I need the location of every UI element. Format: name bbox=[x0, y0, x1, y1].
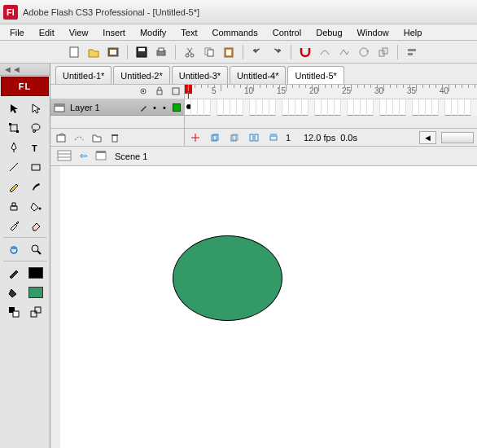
layer-1[interactable]: Layer 1 • • bbox=[50, 99, 184, 116]
swap-colors-button[interactable] bbox=[25, 302, 47, 322]
svg-rect-39 bbox=[57, 135, 65, 142]
menu-window[interactable]: Window bbox=[351, 26, 396, 39]
svg-text:T: T bbox=[32, 143, 37, 153]
onion-skin-outlines-button[interactable] bbox=[227, 130, 242, 145]
scrollbar-thumb[interactable] bbox=[441, 132, 474, 143]
free-transform-tool[interactable] bbox=[3, 118, 25, 138]
tab-untitled-2[interactable]: Untitled-2* bbox=[113, 66, 169, 84]
tools-panel-collapse[interactable]: ◄◄ bbox=[0, 64, 50, 76]
lock-icon[interactable] bbox=[155, 86, 164, 98]
paste-button[interactable] bbox=[220, 43, 238, 61]
show-hide-icon[interactable] bbox=[138, 86, 148, 98]
document-tabs: Untitled-1* Untitled-2* Untitled-3* Unti… bbox=[50, 64, 477, 85]
line-tool[interactable] bbox=[3, 157, 25, 177]
ink-bottle-tool[interactable] bbox=[3, 196, 25, 216]
svg-rect-40 bbox=[112, 135, 117, 142]
black-white-button[interactable] bbox=[3, 302, 25, 322]
motion-guide-button[interactable] bbox=[72, 130, 86, 145]
text-tool[interactable]: T bbox=[25, 138, 47, 157]
eraser-tool[interactable] bbox=[25, 216, 47, 235]
menu-insert[interactable]: Insert bbox=[96, 26, 132, 39]
open-button[interactable] bbox=[85, 43, 103, 61]
menu-text[interactable]: Text bbox=[174, 26, 203, 39]
eyedropper-tool[interactable] bbox=[3, 216, 25, 235]
timeline-toggle-icon[interactable] bbox=[57, 150, 72, 163]
tab-untitled-1[interactable]: Untitled-1* bbox=[55, 66, 112, 84]
modify-onion-markers-button[interactable] bbox=[266, 130, 281, 145]
redo-button[interactable] bbox=[268, 43, 286, 61]
tab-untitled-3[interactable]: Untitled-3* bbox=[172, 66, 228, 84]
menu-view[interactable]: View bbox=[63, 26, 95, 39]
svg-point-22 bbox=[33, 130, 35, 133]
lasso-tool[interactable] bbox=[25, 118, 47, 138]
rotate-button[interactable] bbox=[355, 43, 373, 61]
align-button[interactable] bbox=[403, 43, 421, 61]
svg-rect-12 bbox=[226, 50, 231, 55]
scale-button[interactable] bbox=[374, 43, 392, 61]
new-folder-button[interactable] bbox=[90, 130, 104, 145]
pencil-tool[interactable] bbox=[3, 177, 25, 196]
toolbar-sep bbox=[175, 45, 176, 59]
timeline-status: 1 12.0 fps 0.0s ◄ bbox=[50, 129, 477, 147]
new-layer-button[interactable] bbox=[54, 130, 68, 145]
rectangle-tool[interactable] bbox=[25, 157, 47, 177]
cut-button[interactable] bbox=[181, 43, 199, 61]
stage-canvas[interactable] bbox=[50, 166, 477, 448]
back-arrow-icon[interactable]: ⇦ bbox=[80, 151, 87, 161]
timeline-ruler[interactable]: 1510152025303540 bbox=[185, 85, 477, 99]
snap-button[interactable] bbox=[296, 43, 314, 61]
straighten-button[interactable] bbox=[335, 43, 353, 61]
oval-shape[interactable] bbox=[173, 235, 282, 321]
undo-button[interactable] bbox=[248, 43, 266, 61]
menu-debug[interactable]: Debug bbox=[309, 26, 348, 39]
fill-color[interactable] bbox=[3, 283, 25, 302]
scroll-left-button[interactable]: ◄ bbox=[419, 131, 436, 144]
browse-button[interactable] bbox=[104, 43, 122, 61]
menu-file[interactable]: File bbox=[3, 26, 31, 39]
fill-swatch[interactable] bbox=[25, 283, 47, 302]
tab-untitled-4[interactable]: Untitled-4* bbox=[230, 66, 286, 84]
svg-rect-0 bbox=[70, 47, 78, 57]
menu-help[interactable]: Help bbox=[397, 26, 429, 39]
menu-bar: File Edit View Insert Modify Text Comman… bbox=[0, 24, 477, 41]
save-button[interactable] bbox=[133, 43, 151, 61]
smooth-button[interactable] bbox=[316, 43, 334, 61]
menu-commands[interactable]: Commands bbox=[205, 26, 264, 39]
menu-modify[interactable]: Modify bbox=[133, 26, 173, 39]
selection-tool[interactable] bbox=[3, 99, 25, 118]
brush-tool[interactable] bbox=[25, 177, 47, 196]
layer-color-swatch bbox=[173, 103, 181, 112]
outline-icon[interactable] bbox=[171, 86, 181, 98]
scene-name: Scene 1 bbox=[115, 152, 147, 161]
current-frame: 1 bbox=[286, 133, 299, 143]
new-button[interactable] bbox=[65, 43, 83, 61]
menu-control[interactable]: Control bbox=[266, 26, 308, 39]
onion-skin-button[interactable] bbox=[208, 130, 222, 145]
tab-untitled-5[interactable]: Untitled-5* bbox=[287, 66, 344, 84]
svg-rect-32 bbox=[35, 307, 41, 313]
timeline-frames[interactable] bbox=[185, 99, 477, 116]
svg-point-21 bbox=[32, 124, 40, 130]
toolbar-sep bbox=[243, 45, 243, 59]
print-button[interactable] bbox=[152, 43, 170, 61]
edit-bar: ⇦ Scene 1 bbox=[50, 147, 477, 166]
layer-name: Layer 1 bbox=[70, 103, 100, 112]
svg-point-34 bbox=[142, 90, 144, 91]
center-frame-button[interactable] bbox=[188, 130, 203, 145]
menu-edit[interactable]: Edit bbox=[33, 26, 61, 39]
pen-tool[interactable] bbox=[3, 138, 25, 157]
paint-bucket-tool[interactable] bbox=[25, 196, 47, 216]
copy-button[interactable] bbox=[200, 43, 218, 61]
frame-rate: 12.0 fps bbox=[304, 133, 335, 143]
svg-rect-53 bbox=[96, 152, 106, 160]
timeline-panel: Layer 1 • • 1510152025303540 bbox=[50, 85, 477, 129]
elapsed-time: 0.0s bbox=[340, 133, 357, 143]
delete-layer-button[interactable] bbox=[107, 130, 122, 145]
stroke-swatch[interactable] bbox=[25, 263, 47, 283]
subselection-tool[interactable] bbox=[25, 99, 47, 118]
svg-rect-46 bbox=[250, 134, 253, 141]
stroke-color[interactable] bbox=[3, 263, 25, 283]
edit-multiple-frames-button[interactable] bbox=[247, 130, 261, 145]
hand-tool[interactable] bbox=[3, 239, 25, 259]
zoom-tool[interactable] bbox=[25, 239, 47, 259]
